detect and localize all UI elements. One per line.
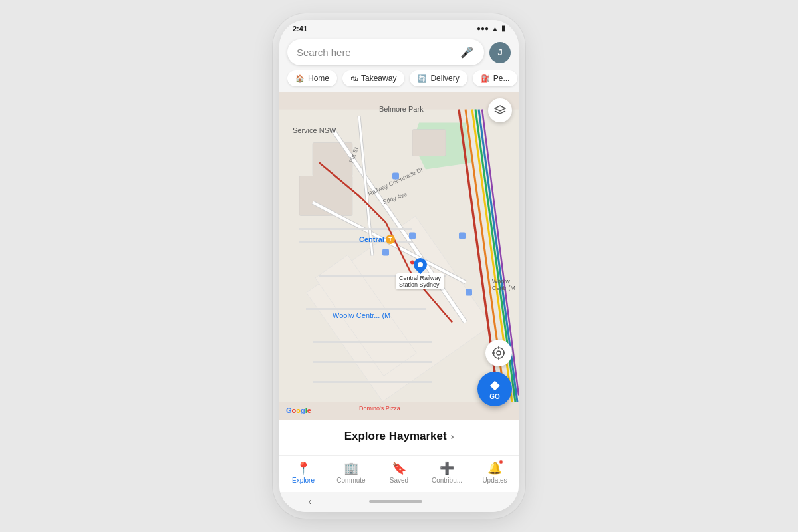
status-time: 2:41: [293, 25, 307, 33]
go-arrow-icon: ◆: [490, 378, 499, 392]
search-placeholder: Search here: [297, 47, 459, 58]
layers-icon: [494, 104, 506, 116]
nav-saved[interactable]: 🔖 Saved: [375, 460, 423, 485]
search-input-wrap[interactable]: Search here 🎤: [287, 39, 484, 65]
explore-nav-label: Explore: [292, 477, 315, 484]
chip-home-label: Home: [308, 74, 329, 83]
back-button[interactable]: ‹: [309, 496, 312, 507]
explore-arrow: ›: [451, 431, 454, 442]
location-icon: [491, 346, 506, 360]
search-bar: Search here 🎤 J: [279, 35, 519, 70]
svg-marker-32: [495, 106, 505, 111]
phone-bottom-bar: ‹: [279, 492, 519, 512]
bottom-nav: 📍 Explore 🏢 Commute 🔖 Saved ➕ Contribu..…: [279, 455, 519, 492]
google-watermark: Google: [286, 406, 311, 414]
signal-icon: ●●●: [477, 25, 489, 32]
chip-petrol-label: Pe...: [493, 74, 510, 83]
chip-home[interactable]: 🏠 Home: [287, 70, 337, 86]
location-button[interactable]: [485, 340, 512, 366]
layers-button[interactable]: [488, 98, 512, 122]
saved-nav-label: Saved: [390, 477, 408, 484]
svg-point-33: [493, 348, 504, 358]
phone-frame: 2:41 ●●● ▲ ▮ Search here 🎤 J 🏠 Home 🛍 Ta…: [279, 20, 519, 512]
svg-rect-29: [382, 249, 389, 256]
status-bar: 2:41 ●●● ▲ ▮: [279, 20, 519, 35]
nav-commute[interactable]: 🏢 Commute: [327, 460, 375, 485]
takeaway-chip-icon: 🛍: [350, 74, 358, 82]
commute-nav-icon: 🏢: [344, 461, 358, 475]
chip-delivery[interactable]: 🔄 Delivery: [410, 70, 467, 86]
status-icons: ●●● ▲ ▮: [477, 24, 505, 33]
map-svg: [279, 92, 519, 420]
central-marker[interactable]: Central T: [359, 235, 395, 244]
map-area[interactable]: Service NSW Belmore Park Pitt St Railway…: [279, 92, 519, 420]
go-label: GO: [489, 393, 500, 400]
saved-nav-icon: 🔖: [392, 461, 406, 475]
contribute-nav-label: Contribu...: [432, 477, 462, 484]
nav-updates[interactable]: 🔔 Updates: [471, 460, 519, 485]
central-railway-label: Central RailwayStation Sydney: [396, 273, 444, 289]
go-button[interactable]: ◆ GO: [477, 372, 512, 406]
wifi-icon: ▲: [491, 25, 499, 33]
avatar-button[interactable]: J: [489, 42, 511, 63]
commute-nav-label: Commute: [336, 477, 365, 484]
home-indicator: [369, 500, 422, 503]
svg-point-34: [497, 351, 501, 355]
chips-bar: 🏠 Home 🛍 Takeaway 🔄 Delivery ⛽ Pe...: [279, 70, 519, 92]
chip-petrol[interactable]: ⛽ Pe...: [473, 70, 518, 86]
svg-rect-26: [392, 173, 399, 180]
t-badge: T: [386, 235, 395, 244]
svg-rect-30: [466, 289, 472, 296]
chip-takeaway[interactable]: 🛍 Takeaway: [342, 70, 404, 86]
chip-delivery-label: Delivery: [430, 74, 459, 83]
chip-takeaway-label: Takeaway: [361, 74, 396, 83]
svg-rect-5: [412, 130, 446, 156]
delivery-chip-icon: 🔄: [418, 74, 427, 83]
battery-icon: ▮: [501, 24, 505, 33]
central-label: Central: [359, 235, 384, 243]
dominos-label: Domino's Pizza: [359, 405, 400, 412]
explore-row[interactable]: Explore Haymarket ›: [290, 430, 508, 443]
nav-explore[interactable]: 📍 Explore: [279, 460, 327, 485]
svg-rect-27: [409, 233, 416, 239]
contribute-nav-icon: ➕: [440, 461, 454, 475]
nav-contribute[interactable]: ➕ Contribu...: [423, 460, 471, 485]
bottom-sheet: Explore Haymarket ›: [279, 420, 519, 455]
updates-nav-label: Updates: [482, 477, 507, 484]
petrol-chip-icon: ⛽: [481, 74, 490, 83]
notification-dot: [499, 460, 503, 464]
mic-button[interactable]: 🎤: [459, 45, 475, 60]
updates-icon-wrap: 🔔: [487, 461, 502, 475]
explore-nav-icon: 📍: [296, 461, 311, 475]
explore-title: Explore Haymarket: [344, 430, 447, 443]
svg-rect-28: [459, 233, 466, 239]
home-chip-icon: 🏠: [295, 74, 305, 83]
central-railway-marker[interactable]: Central RailwayStation Sydney: [396, 258, 444, 289]
